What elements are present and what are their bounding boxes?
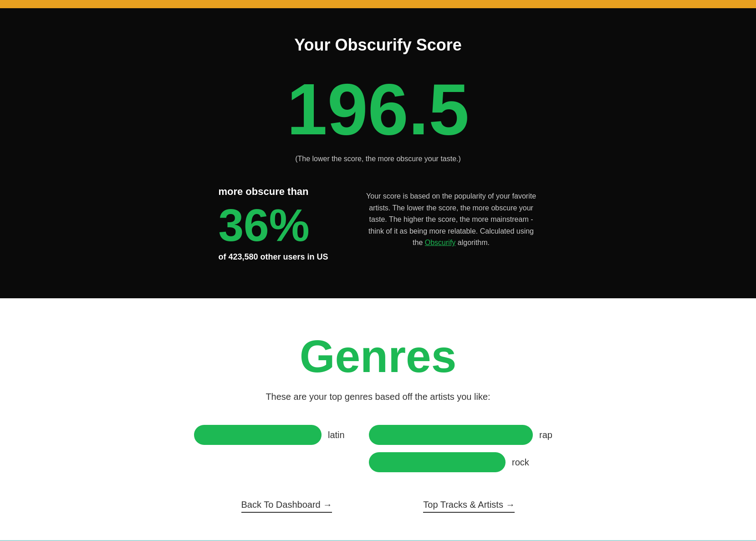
genres-bars: latin raprock [9,425,747,472]
genre-label: latin [328,430,351,440]
page-title: Your Obscurify Score [9,36,747,55]
users-label: of 423,580 other users in US [218,252,328,262]
score-number: 196.5 [9,73,747,146]
genres-subtitle: These are your top genres based off the … [9,392,747,402]
white-section: Genres These are your top genres based o… [0,298,756,540]
dark-section: Your Obscurify Score 196.5 (The lower th… [0,8,756,298]
left-genre-column: latin [194,425,351,472]
genre-label: rock [512,457,535,468]
description-suffix: algorithm. [458,239,490,246]
genres-title: Genres [9,330,747,383]
genre-bar-row: latin [194,425,351,445]
left-stats: more obscure than 36% of 423,580 other u… [218,186,328,262]
nav-links: Back To Dashboard → Top Tracks & Artists… [9,500,747,513]
genre-bar-row: rock [369,452,562,472]
genre-bar [369,452,506,472]
genre-bar [369,425,533,445]
genre-bar-row: rap [369,425,562,445]
obscurify-link[interactable]: Obscurify [425,239,456,246]
more-obscure-label: more obscure than [218,186,328,198]
top-tracks-artists-link[interactable]: Top Tracks & Artists → [423,500,515,513]
genre-label: rap [539,430,562,440]
genre-bar [194,425,322,445]
right-description: Your score is based on the popularity of… [365,186,538,249]
score-subtitle: (The lower the score, the more obscure y… [9,155,747,163]
percentage-number: 36% [218,202,328,248]
top-bar [0,0,756,8]
back-to-dashboard-link[interactable]: Back To Dashboard → [241,500,332,513]
stats-row: more obscure than 36% of 423,580 other u… [173,186,583,262]
right-genre-column: raprock [369,425,562,472]
